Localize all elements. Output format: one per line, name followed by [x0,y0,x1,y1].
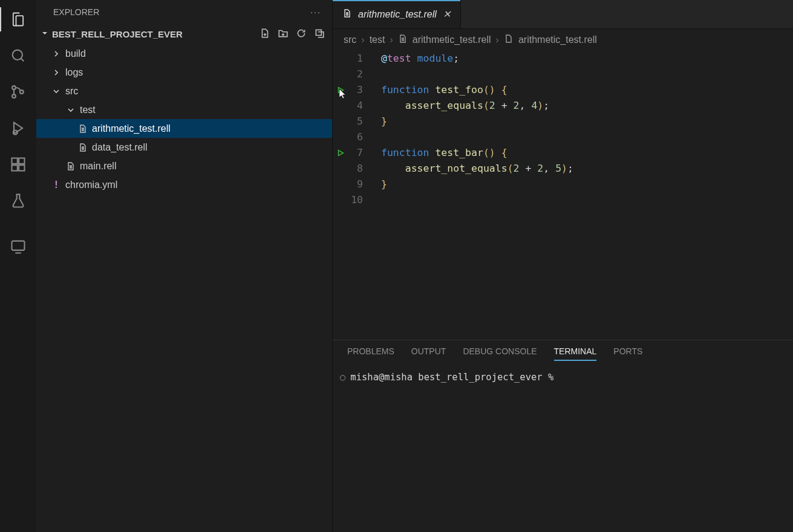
breadcrumb[interactable]: src › test › arithmetic_test.rell › arit… [333,29,793,51]
run-gutter [333,51,348,340]
source-control-icon[interactable] [7,81,29,103]
chevron-right-icon [51,49,62,59]
sidebar-header: EXPLORER ··· [36,0,332,24]
breadcrumb-seg[interactable]: arithmetic_test.rell [413,34,491,45]
folder-label: logs [65,67,83,78]
tab-label: arithmetic_test.rell [358,9,437,20]
file-label: arithmetic_test.rell [92,123,171,134]
line-number: 2 [348,66,363,82]
extensions-icon[interactable] [7,154,29,175]
run-test-icon[interactable] [333,145,348,161]
run-test-icon[interactable] [333,82,348,98]
terminal-prompt: misha@misha best_rell_project_ever % [350,372,553,383]
tab-bar: arithmetic_test.rell ✕ [333,0,793,29]
svg-point-3 [20,90,24,94]
file-label: data_test.rell [92,142,148,153]
explorer-sidebar: EXPLORER ··· BEST_RELL_PROJECT_EVER buil… [36,0,333,532]
project-name: BEST_RELL_PROJECT_EVER [52,29,183,39]
line-number: 1 [348,51,363,66]
line-number: 9 [348,177,363,192]
svg-point-1 [12,86,16,89]
line-number: 7 [348,145,363,161]
activity-bar [0,0,36,532]
search-icon[interactable] [7,45,29,66]
file-icon [342,8,352,21]
line-number: 6 [348,129,363,145]
chevron-down-icon [40,28,50,40]
line-number: 10 [348,192,363,208]
terminal-view[interactable]: ○ misha@misha best_rell_project_ever % [333,367,793,532]
sidebar-title: EXPLORER [53,7,99,17]
testing-icon[interactable] [7,190,29,212]
file-chromia-yml[interactable]: ! chromia.yml [36,175,332,194]
folder-label: test [80,105,96,115]
svg-point-2 [12,94,16,98]
svg-rect-5 [12,158,18,164]
svg-rect-8 [19,158,24,164]
file-data-test[interactable]: data_test.rell [36,138,332,157]
collapse-all-icon[interactable] [314,28,325,41]
refresh-icon[interactable] [296,28,307,41]
editor-area: arithmetic_test.rell ✕ src › test › arit… [333,0,793,532]
file-tree: build logs src test arithmetic_test.rell… [36,44,332,194]
file-icon [398,34,408,46]
new-file-icon[interactable] [259,28,270,41]
project-section-header[interactable]: BEST_RELL_PROJECT_EVER [36,24,332,44]
svg-rect-6 [12,165,18,170]
new-folder-icon[interactable] [278,28,289,41]
breadcrumb-seg[interactable]: arithmetic_test.rell [518,34,597,45]
code-editor[interactable]: 1 2 3 4 5 6 7 8 9 10 @test module; funct… [333,51,793,340]
more-icon[interactable]: ··· [310,7,321,17]
svg-rect-9 [12,241,25,250]
chevron-down-icon [65,105,76,115]
line-number: 8 [348,161,363,177]
tab-output[interactable]: OUTPUT [411,346,446,361]
file-label: main.rell [80,161,116,172]
run-debug-icon[interactable] [7,117,29,139]
folder-test[interactable]: test [36,100,332,119]
file-icon [77,124,88,134]
spinner-icon: ○ [340,372,345,383]
remote-icon[interactable] [7,236,29,258]
file-arithmetic-test[interactable]: arithmetic_test.rell [36,119,332,138]
folder-label: build [65,48,86,59]
chevron-right-icon [51,68,62,77]
panel-tab-bar: PROBLEMS OUTPUT DEBUG CONSOLE TERMINAL P… [333,340,793,367]
tab-ports[interactable]: PORTS [613,346,642,361]
breadcrumb-seg[interactable]: test [370,34,385,45]
file-icon [77,143,88,152]
chevron-right-icon: › [390,34,393,45]
bottom-panel: PROBLEMS OUTPUT DEBUG CONSOLE TERMINAL P… [333,340,793,532]
svg-point-0 [13,50,22,60]
yaml-icon: ! [51,180,62,190]
chevron-right-icon: › [496,34,499,45]
file-icon [504,34,514,46]
line-number-gutter: 1 2 3 4 5 6 7 8 9 10 [348,51,373,340]
tab-arithmetic-test[interactable]: arithmetic_test.rell ✕ [333,0,461,28]
file-label: chromia.yml [65,180,117,190]
tab-problems[interactable]: PROBLEMS [347,346,394,361]
folder-build[interactable]: build [36,44,332,63]
line-number: 4 [348,98,363,114]
close-icon[interactable]: ✕ [443,8,451,20]
tab-terminal[interactable]: TERMINAL [554,346,597,361]
file-icon [65,161,76,171]
chevron-right-icon: › [361,34,364,45]
folder-src[interactable]: src [36,82,332,100]
folder-label: src [65,86,78,97]
file-main[interactable]: main.rell [36,157,332,175]
breadcrumb-seg[interactable]: src [344,34,356,45]
tab-debug-console[interactable]: DEBUG CONSOLE [463,346,537,361]
folder-logs[interactable]: logs [36,63,332,82]
line-number: 3 [348,82,363,98]
svg-rect-10 [316,30,321,35]
explorer-icon[interactable] [7,8,29,30]
svg-rect-7 [19,165,24,170]
chevron-down-icon [51,86,62,96]
line-number: 5 [348,114,363,129]
code-content[interactable]: @test module; function test_foo() { asse… [373,51,793,340]
